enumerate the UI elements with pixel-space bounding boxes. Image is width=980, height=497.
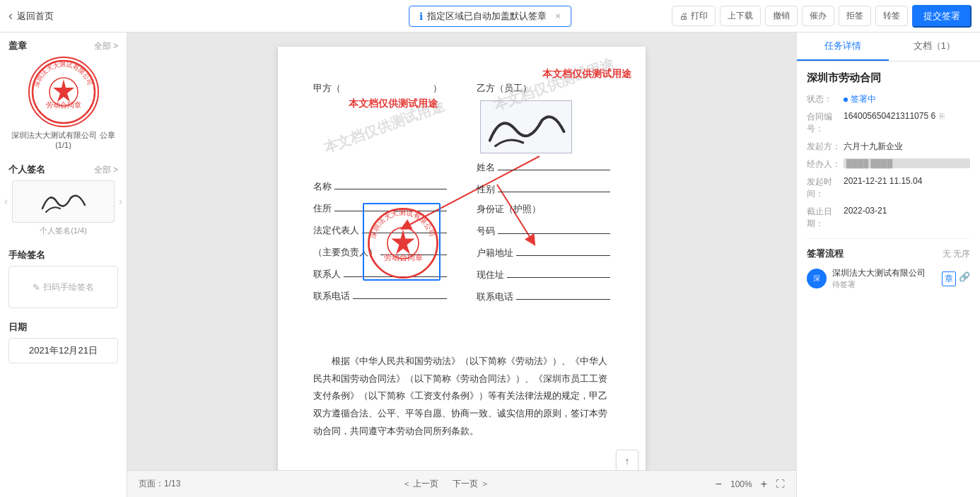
date-section-header: 日期 [0,314,127,338]
page-info: 页面：1/13 [139,478,180,490]
revoke-button[interactable]: 撤销 [765,6,798,26]
doc-scroll[interactable]: 本文档仅供测试用途 本文档仅供测试用途 [127,33,796,470]
sig-carousel: ‹ › [0,180,127,223]
family-name-line [498,159,610,170]
remind-label: 催办 [810,10,827,22]
party-a-label: 甲方（ ） [313,82,447,95]
download-label: 上下载 [728,10,753,22]
contract-title: 深圳市劳动合同 [807,71,970,85]
stamp-title: 盖章 [8,40,27,52]
domicile-row: 户籍地址 [477,245,610,259]
legal-rep-label: 法定代表人 [313,224,359,237]
divider [807,238,970,239]
contact2-label: 联系电话 [477,291,513,303]
company-stamp-zone[interactable]: 深圳法大大测试有限公司 劳动合同章 [363,203,441,281]
reject-label: 拒签 [846,10,863,22]
gender-line [498,181,610,192]
tab-documents[interactable]: 文档（1） [889,33,981,61]
handwrite-button[interactable]: ✎ 扫码手绘签名 [8,266,118,308]
id-num-line [498,223,610,234]
right-tabs: 任务详情 文档（1） [797,33,980,62]
sig-box[interactable] [12,180,114,223]
zoom-in-btn[interactable]: + [757,476,771,492]
back-button[interactable]: ‹ 返回首页 [8,8,54,23]
sig-prev-arrow[interactable]: ‹ [3,195,9,208]
personal-sig-zone[interactable] [480,100,572,153]
sender-value: 六月十九新企业 [844,141,970,153]
submit-button[interactable]: 提交签署 [912,5,972,28]
next-page-btn[interactable]: 下一页 ＞ [448,476,493,491]
sig-next-arrow[interactable]: › [117,195,124,208]
reject-button[interactable]: 拒签 [839,6,871,26]
party-a-col: 甲方（ ） 深圳法大大测试有限公司 [313,82,447,310]
transfer-button[interactable]: 转签 [875,6,908,26]
personal-sig-svg [35,187,92,216]
send-time-row: 发起时间： 2021-12-21 11.15.04 [807,176,970,200]
remind-button[interactable]: 催办 [802,6,834,26]
handwrite-title: 手绘签名 [8,249,45,262]
date-box[interactable]: 2021年12月21日 [8,338,118,363]
center-area: 本文档仅供测试用途 本文档仅供测试用途 [127,33,796,497]
print-label: 打印 [691,10,708,22]
personal-sig-section-header: 个人签名 全部 > [0,156,127,180]
deadline-value: 2022-03-21 [844,206,970,216]
handwrite-btn-label: 扫码手绘签名 [43,281,94,293]
status-value: 签署中 [844,93,970,105]
personal-sig-all-link[interactable]: 全部 > [94,164,118,176]
process-status-text: 待签署 [832,279,936,290]
contact-label: 联系人 [313,268,341,281]
residence-line [507,267,610,278]
process-item: 深 深圳法大大测试有限公司 待签署 章 🔗 [807,267,970,290]
left-panel: 盖章 全部 > 深圳法大大测试有限公司 劳动合同章 [0,33,127,497]
party-b-name-row: 姓名 [477,159,610,174]
date-value: 2021年12月21日 [29,345,98,356]
residence-label: 现住址 [477,269,504,281]
domicile-label: 户籍地址 [477,247,513,259]
gender-label: 性别 [477,183,495,196]
sender-row: 发起方： 六月十九新企业 [807,141,970,153]
submit-label: 提交签署 [923,11,960,21]
party-b-label: 乙方（员工） [477,82,610,95]
process-title-text: 签署流程 [807,247,844,260]
operator-row: 经办人： ████ ████ [807,158,970,170]
party-b-phone-row: 联系电话 [477,288,610,303]
process-title-row: 签署流程 无 无序 [807,247,970,260]
contract-no-value: 164005650421311075 6 ⎘ [844,111,970,121]
status-dot [844,98,848,102]
stamp-svg: 深圳法大大测试有限公司 劳动合同章 [30,58,98,126]
stamp-all-link[interactable]: 全部 > [94,40,118,52]
download-button[interactable]: 上下载 [720,6,761,26]
main-layout: 盖章 全部 > 深圳法大大测试有限公司 劳动合同章 [0,33,980,497]
handwrite-section-header: 手绘签名 [0,242,127,266]
info-icon: ℹ [419,11,423,22]
notification-close[interactable]: × [555,11,561,21]
zoom-controls: − 100% + ⛶ [711,476,785,492]
revoke-label: 撤销 [773,10,790,22]
print-button[interactable]: 🖨 打印 [672,6,716,26]
status-row: 状态： 签署中 [807,93,970,105]
stamp-section-header: 盖章 全部 > [0,33,127,57]
name-line [334,178,447,189]
zoom-fit-btn[interactable]: ⛶ [776,479,785,489]
prev-page-btn[interactable]: ＜ 上一页 [398,476,443,491]
process-stamp-icon[interactable]: 章 [942,271,956,286]
gender-row: 性别 [477,181,610,196]
phone-line [353,288,447,299]
stamp-item[interactable]: 深圳法大大测试有限公司 劳动合同章 深圳法大大测试有限公司 公章(1/1) [8,57,118,149]
back-label: 返回首页 [17,10,54,23]
scroll-up-btn[interactable]: ↑ [616,450,638,470]
zoom-out-btn[interactable]: − [711,476,726,492]
process-link-icon[interactable]: 🔗 [959,271,970,286]
pencil-icon: ✎ [33,282,40,293]
send-time-value: 2021-12-21 11.15.04 [844,176,970,186]
process-count: 无 无序 [943,248,970,260]
tab-task-details[interactable]: 任务详情 [797,33,889,61]
right-panel: 任务详情 文档（1） 深圳市劳动合同 状态： 签署中 合同编号： [796,33,980,497]
contract-no-row: 合同编号： 164005650421311075 6 ⎘ [807,111,970,135]
id-label: 身份证（护照） [477,203,541,216]
party-b-col: 乙方（员工） 姓名 性别 [477,82,610,310]
status-badge: 签署中 [844,93,876,105]
domicile-line [516,245,610,256]
copy-icon[interactable]: ⎘ [940,112,945,120]
process-action-icons: 章 🔗 [942,271,970,286]
